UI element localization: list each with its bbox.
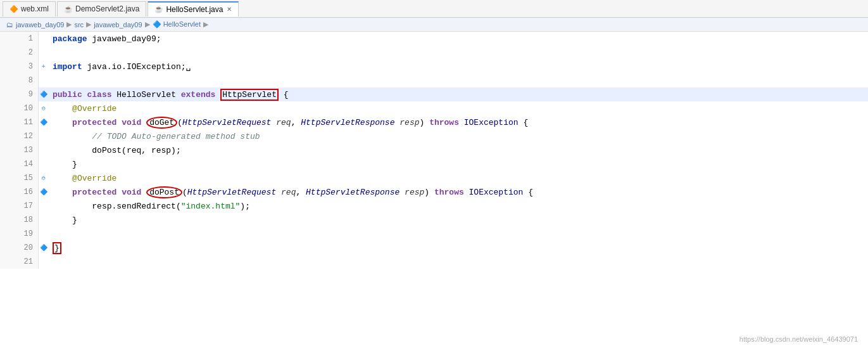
code-line-19: 19: [0, 227, 868, 241]
tab-label-demo-servlet2: DemoServlet2.java: [75, 4, 139, 13]
breadcrumb-item-4: 🔷 HelloServlet: [153, 20, 201, 29]
tab-web-xml[interactable]: 🔶 web.xml: [3, 1, 56, 16]
code-line-17: 17 resp.sendRedirect("index.html");: [0, 199, 868, 213]
breadcrumb-item-2: src: [74, 21, 84, 29]
tab-demo-servlet2[interactable]: ☕ DemoServlet2.java: [57, 1, 146, 16]
tab-label-web-xml: web.xml: [21, 4, 49, 13]
java-icon-3: ☕: [154, 5, 163, 13]
code-line-11: 11 🔷 protected void doGet(HttpServletReq…: [0, 115, 868, 129]
code-line-2: 2: [0, 46, 868, 60]
code-line-3: 3 + import java.io.IOException;␣: [0, 60, 868, 74]
code-line-12: 12 // TODO Auto-generated method stub: [0, 129, 868, 143]
tab-bar: 🔶 web.xml ☕ DemoServlet2.java ☕ HelloSer…: [0, 0, 868, 18]
code-area: 1 package javaweb_day09; 2 3 + import ja…: [0, 32, 868, 269]
breadcrumb: 🗂 javaweb_day09 ▶ src ▶ javaweb_day09 ▶ …: [0, 18, 868, 32]
code-line-14: 14 }: [0, 157, 868, 171]
breadcrumb-item-1: javaweb_day09: [16, 21, 64, 29]
tab-label-hello-servlet: HelloServlet.java: [166, 5, 223, 14]
code-line-13: 13 doPost(req, resp);: [0, 143, 868, 157]
java-icon-2: ☕: [64, 5, 73, 13]
code-line-20: 20 🔷 }: [0, 241, 868, 255]
breadcrumb-item-3: javaweb_day09: [94, 21, 142, 29]
code-line-15: 15 ⊖ @Override: [0, 171, 868, 185]
code-line-16: 16 🔷 protected void doPost(HttpServletRe…: [0, 185, 868, 199]
close-icon[interactable]: ✕: [227, 6, 232, 13]
code-editor[interactable]: 1 package javaweb_day09; 2 3 + import ja…: [0, 32, 868, 348]
code-line-18: 18 }: [0, 213, 868, 227]
tab-hello-servlet[interactable]: ☕ HelloServlet.java ✕: [148, 1, 239, 16]
watermark: https://blog.csdn.net/weixin_46439071: [739, 335, 858, 343]
xml-icon: 🔶: [9, 5, 18, 13]
breadcrumb-project-icon: 🗂: [6, 21, 13, 29]
code-line-9: 9 🔷 public class HelloServlet extends Ht…: [0, 87, 868, 101]
code-line-8: 8: [0, 74, 868, 87]
code-line-21: 21: [0, 255, 868, 269]
code-line-1: 1 package javaweb_day09;: [0, 32, 868, 46]
code-line-10: 10 ⊖ @Override: [0, 101, 868, 115]
